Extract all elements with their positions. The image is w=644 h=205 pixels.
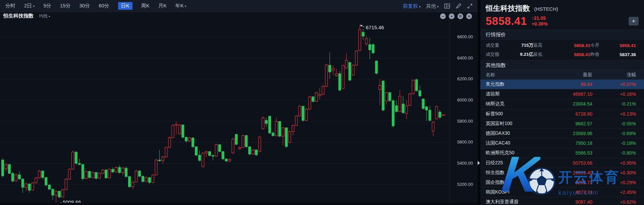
index-row[interactable]: 标普5006728.80+0.13%: [480, 109, 644, 119]
index-row-pct: -0.55%: [592, 121, 636, 126]
index-row[interactable]: 美元指数99.64+0.07%: [480, 80, 644, 89]
index-row[interactable]: 恒生指数26319.40+0.30%: [480, 168, 644, 178]
section-other-indices: 其他指数: [480, 60, 644, 70]
index-row-value: 23004.54: [542, 101, 592, 107]
index-row[interactable]: 英国富时1009682.57-0.55%: [480, 119, 644, 129]
panel-divider[interactable]: [478, 0, 480, 205]
quote-label: 今开: [590, 42, 609, 48]
panel-header: 恒生科技指数 (HSTECH): [480, 0, 644, 13]
index-row-pct: +0.07%: [592, 82, 636, 87]
index-row-pct: -0.18%: [592, 140, 636, 146]
index-row-value: 9087.40: [542, 199, 592, 205]
index-row[interactable]: 德国DAX3023569.96-0.69%: [480, 129, 644, 138]
index-row[interactable]: 法国CAC407950.18-0.18%: [480, 138, 644, 148]
quote-label: 成交量: [486, 42, 505, 48]
index-row-pct: -0.21%: [592, 101, 636, 107]
index-row-value: 9262.72: [542, 180, 592, 185]
indices-table-header: 名称 最新 涨幅: [480, 70, 644, 80]
index-row[interactable]: 日经22550753.66+0.95%: [480, 158, 644, 168]
index-row[interactable]: 欧洲斯托克505566.53-0.80%: [480, 148, 644, 158]
quote-value: 5837.36: [609, 52, 636, 57]
index-row-pct: +0.62%: [592, 199, 636, 205]
index-row-name: 国企指数: [486, 179, 542, 186]
index-row-pct: +2.45%: [592, 190, 636, 195]
index-row-name: 德国DAX30: [486, 130, 542, 136]
section-quotes: 行情报价: [480, 30, 644, 40]
index-row-name: 恒生指数: [486, 170, 542, 176]
index-row-value: 50753.66: [542, 160, 592, 166]
price-change-percent: +0.36%: [532, 21, 548, 27]
quote-panel: 恒生科技指数 (HSTECH) 5858.41 ↑21.05 +0.36% + …: [480, 0, 644, 205]
indices-table: 美元指数99.64+0.07%道琼斯46987.10+0.16%纳斯达克2300…: [480, 80, 644, 205]
index-row-value: 7950.18: [542, 140, 592, 146]
index-name: 恒生科技指数: [486, 4, 530, 12]
current-price: 5858.41: [486, 15, 527, 28]
chart-region: 分时2日▾5分15分30分60分日K周K月K年K▾ 前复权▾ 其他▾ 恒生科技指…: [0, 0, 478, 205]
settings-gear-icon[interactable]: ⚙: [458, 13, 463, 19]
chevron-down-icon: ▾: [49, 15, 50, 18]
index-row-pct: +0.16%: [592, 91, 636, 97]
col-name: 名称: [486, 72, 542, 78]
index-row-value: 46987.10: [542, 91, 592, 97]
change-block: ↑21.05 +0.36%: [532, 15, 548, 27]
index-row[interactable]: 澳大利亚普通股9087.40+0.62%: [480, 197, 644, 205]
index-row-value: 99.64: [542, 82, 592, 87]
index-row-value: 4073.74: [542, 190, 592, 195]
zoom-in-icon[interactable]: +: [449, 13, 454, 19]
stock-trading-app: 分时2日▾5分15分30分60分日K周K月K年K▾ 前复权▾ 其他▾ 恒生科技指…: [0, 0, 644, 205]
index-row[interactable]: 道琼斯46987.10+0.16%: [480, 89, 644, 99]
index-row-value: 9682.57: [542, 121, 592, 126]
index-row-pct: +0.30%: [592, 170, 636, 175]
quote-label: 昨收: [590, 51, 609, 57]
index-row-value: 5566.53: [542, 150, 592, 156]
index-row-name: 美元指数: [486, 81, 542, 87]
svg-text:6715.46: 6715.46: [366, 25, 384, 30]
panel-collapse-handle[interactable]: [478, 161, 480, 165]
ma-label: 均线: [39, 13, 48, 18]
index-row-pct: +0.95%: [592, 160, 636, 166]
index-row-name: 英国富时100: [486, 121, 542, 127]
index-row-value: 23569.96: [542, 131, 592, 136]
chart-subheader: 恒生科技指数 均线▾: [3, 13, 50, 19]
index-row-pct: +0.29%: [592, 180, 636, 185]
index-row-pct: -0.69%: [592, 131, 636, 136]
index-row[interactable]: 国企指数9262.72+0.29%: [480, 178, 644, 188]
quote-value: 715万: [505, 42, 533, 48]
quote-value: 9.21亿: [505, 51, 533, 57]
index-row-name: 法国CAC40: [486, 140, 542, 146]
quote-label: 最低: [533, 51, 553, 57]
quote-label: 最高: [533, 42, 553, 48]
index-row-name: 标普500: [486, 111, 542, 117]
col-pct: 涨幅: [592, 72, 636, 78]
index-row-name: 日经225: [486, 160, 542, 166]
chart-title: 恒生科技指数: [3, 13, 34, 19]
index-row-name: 韩国KOSPI: [486, 189, 542, 195]
index-row[interactable]: 纳斯达克23004.54-0.21%: [480, 99, 644, 109]
time-axis-strip: [0, 203, 478, 205]
axis-divider: [449, 12, 450, 203]
index-row-name: 道琼斯: [486, 91, 542, 97]
index-row-name: 欧洲斯托克50: [486, 150, 542, 156]
candlestick-chart[interactable]: 6715.465009.66: [0, 0, 478, 205]
zoom-out-icon[interactable]: −: [440, 13, 446, 19]
index-row-value: 6728.80: [542, 111, 592, 117]
chart-control-icons: − + ⚙ ✕: [440, 13, 472, 19]
index-row-value: 26319.40: [542, 170, 592, 175]
index-row[interactable]: 韩国KOSPI4073.74+2.45%: [480, 188, 644, 197]
index-row-name: 纳斯达克: [486, 101, 542, 107]
quote-value: 5858.41: [553, 43, 590, 48]
quote-value: 5858.41: [609, 43, 636, 48]
add-to-watchlist-button[interactable]: +: [629, 17, 639, 26]
price-change: ↑21.05: [532, 15, 548, 21]
index-row-name: 澳大利亚普通股: [486, 199, 542, 205]
quote-value: 5858.41: [553, 52, 590, 57]
index-row-pct: -0.80%: [592, 150, 636, 156]
quote-label: 成交额: [486, 51, 505, 57]
price-row: 5858.41 ↑21.05 +0.36% +: [480, 13, 644, 30]
close-icon[interactable]: ✕: [466, 13, 472, 19]
quote-grid: 成交量715万最高5858.41今开5858.41成交额9.21亿最低5858.…: [480, 40, 644, 60]
col-last: 最新: [542, 72, 592, 78]
ma-lines-dropdown[interactable]: 均线▾: [39, 13, 50, 19]
index-row-pct: +0.13%: [592, 111, 636, 117]
index-code: (HSTECH): [534, 6, 558, 12]
